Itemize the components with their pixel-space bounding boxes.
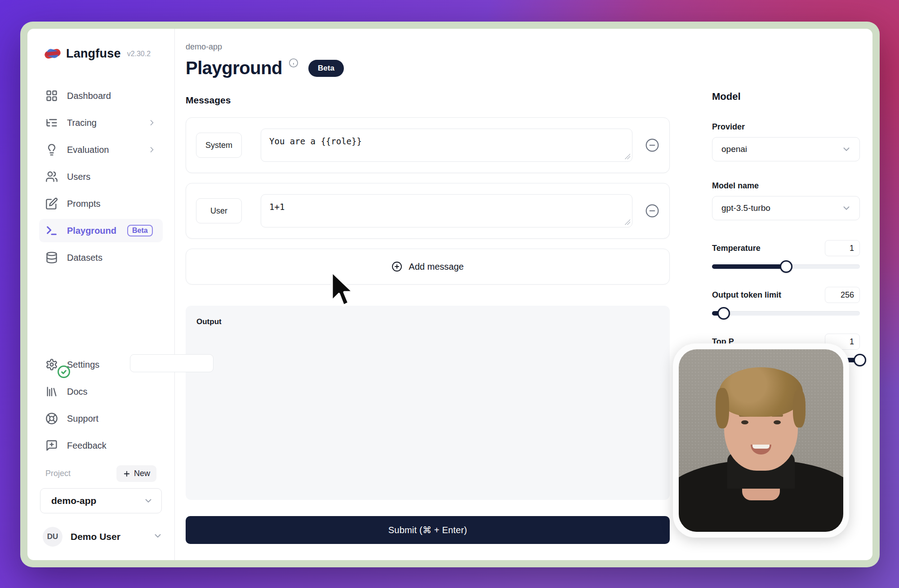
- lifebuoy-icon: [45, 412, 58, 425]
- user-name: Demo User: [71, 531, 145, 542]
- add-message-button[interactable]: Add message: [186, 249, 670, 285]
- temperature-row: Temperature 1: [712, 240, 860, 256]
- breadcrumb[interactable]: demo-app: [186, 42, 670, 52]
- message-row-system: System You are a {{role}}: [186, 117, 670, 173]
- output-token-limit-label: Output token limit: [712, 290, 781, 300]
- submit-button[interactable]: Submit (⌘ + Enter): [186, 516, 670, 544]
- project-select[interactable]: demo-app: [40, 488, 162, 513]
- slider-thumb[interactable]: [780, 260, 792, 273]
- remove-message-button[interactable]: [645, 138, 659, 152]
- role-button-system[interactable]: System: [196, 133, 242, 158]
- webcam-video: [679, 349, 843, 532]
- slider-thumb[interactable]: [717, 307, 730, 320]
- chevron-down-icon: [153, 531, 163, 543]
- slider-thumb[interactable]: [854, 354, 866, 366]
- sidebar-item-playground[interactable]: Playground Beta: [39, 219, 163, 242]
- webcam-overlay: [673, 343, 849, 538]
- sidebar-item-label: Support: [67, 414, 98, 424]
- output-token-limit-value-input[interactable]: 256: [825, 287, 860, 303]
- output-panel: Output: [186, 306, 670, 500]
- message-textarea-wrap: 1+1: [261, 194, 632, 227]
- page-title: Playground: [186, 59, 282, 77]
- sidebar-item-label: Datasets: [67, 253, 102, 263]
- user-message-input[interactable]: 1+1: [261, 194, 632, 227]
- project-selected-value: demo-app: [51, 495, 96, 506]
- beta-badge-outline: Beta: [127, 225, 153, 236]
- message-textarea-wrap: You are a {{role}}: [261, 129, 632, 162]
- info-icon[interactable]: [289, 58, 298, 70]
- minus-circle-icon: [645, 138, 659, 152]
- minus-circle-icon: [645, 204, 659, 218]
- dashboard-icon: [45, 89, 58, 102]
- sidebar-item-label: Feedback: [67, 441, 107, 451]
- brand-name: Langfuse: [66, 47, 121, 61]
- avatar: DU: [43, 527, 62, 547]
- sidebar-item-label: Tracing: [67, 118, 97, 128]
- main-content: demo-app Playground Beta Messages System…: [175, 29, 670, 560]
- library-icon: [45, 385, 58, 398]
- sidebar-item-support[interactable]: Support: [39, 407, 163, 430]
- datasets-icon: [45, 251, 58, 264]
- prompts-icon: [45, 197, 58, 210]
- langfuse-logo-icon: [45, 48, 61, 60]
- sidebar-item-label: Playground: [67, 226, 116, 236]
- model-name-select[interactable]: gpt-3.5-turbo: [712, 196, 860, 220]
- chevron-down-icon: [841, 203, 851, 213]
- chevron-right-icon: [147, 118, 156, 127]
- provider-label: Provider: [712, 122, 860, 132]
- sidebar-item-label: Settings: [67, 360, 99, 370]
- model-name-value: gpt-3.5-turbo: [721, 203, 770, 213]
- sidebar-item-datasets[interactable]: Datasets: [39, 246, 163, 269]
- sidebar-item-label: Prompts: [67, 199, 100, 209]
- sidebar-item-tracing[interactable]: Tracing: [39, 111, 163, 134]
- beta-badge: Beta: [308, 60, 344, 77]
- system-message-input[interactable]: You are a {{role}}: [261, 129, 632, 162]
- user-menu[interactable]: DU Demo User: [39, 527, 163, 547]
- sidebar-item-feedback[interactable]: Feedback: [39, 434, 163, 457]
- evaluation-icon: [45, 143, 58, 156]
- users-icon: [45, 170, 58, 183]
- app-window: Langfuse v2.30.2 Dashboard Tracing Evalu…: [20, 22, 880, 567]
- output-label: Output: [196, 317, 659, 326]
- sidebar-item-label: Evaluation: [67, 145, 109, 155]
- temperature-label: Temperature: [712, 244, 761, 253]
- langfuse-app: Langfuse v2.30.2 Dashboard Tracing Evalu…: [27, 29, 872, 560]
- temperature-slider[interactable]: [712, 264, 860, 269]
- remove-message-button[interactable]: [645, 204, 659, 218]
- sidebar: Langfuse v2.30.2 Dashboard Tracing Evalu…: [27, 29, 175, 560]
- plus-icon: [123, 470, 131, 478]
- temperature-value-input[interactable]: 1: [825, 240, 860, 256]
- message-row-user: User 1+1: [186, 183, 670, 239]
- brand-logo[interactable]: Langfuse v2.30.2: [39, 47, 163, 61]
- gear-icon: [45, 358, 58, 371]
- sidebar-item-evaluation[interactable]: Evaluation: [39, 138, 163, 161]
- app-version: v2.30.2: [127, 50, 151, 58]
- sidebar-item-dashboard[interactable]: Dashboard: [39, 84, 163, 107]
- provider-select[interactable]: openai: [712, 137, 860, 161]
- plus-circle-icon: [392, 261, 402, 272]
- sidebar-item-label: Docs: [67, 387, 88, 397]
- output-token-limit-row: Output token limit 256: [712, 287, 860, 303]
- new-project-button[interactable]: New: [116, 465, 156, 482]
- chevron-down-icon: [841, 144, 851, 154]
- chevron-right-icon: [147, 145, 156, 154]
- variable-valid-check-icon: [57, 365, 71, 379]
- sidebar-item-prompts[interactable]: Prompts: [39, 192, 163, 215]
- project-label: Project: [45, 469, 71, 478]
- feedback-icon: [45, 439, 58, 452]
- title-row: Playground Beta: [186, 59, 670, 77]
- project-row: Project New: [39, 465, 163, 482]
- output-token-limit-slider[interactable]: [712, 311, 860, 316]
- sidebar-item-users[interactable]: Users: [39, 165, 163, 188]
- model-name-label: Model name: [712, 181, 860, 191]
- messages-heading: Messages: [186, 95, 670, 106]
- playground-terminal-icon: [45, 224, 58, 237]
- model-heading: Model: [712, 91, 860, 102]
- sidebar-item-label: Users: [67, 172, 90, 182]
- variable-value-input[interactable]: [130, 354, 214, 372]
- sidebar-item-docs[interactable]: Docs: [39, 380, 163, 403]
- sidebar-item-label: Dashboard: [67, 91, 111, 101]
- role-button-user[interactable]: User: [196, 198, 242, 223]
- tracing-icon: [45, 116, 58, 129]
- sidebar-nav: Dashboard Tracing Evaluation Users: [39, 84, 163, 273]
